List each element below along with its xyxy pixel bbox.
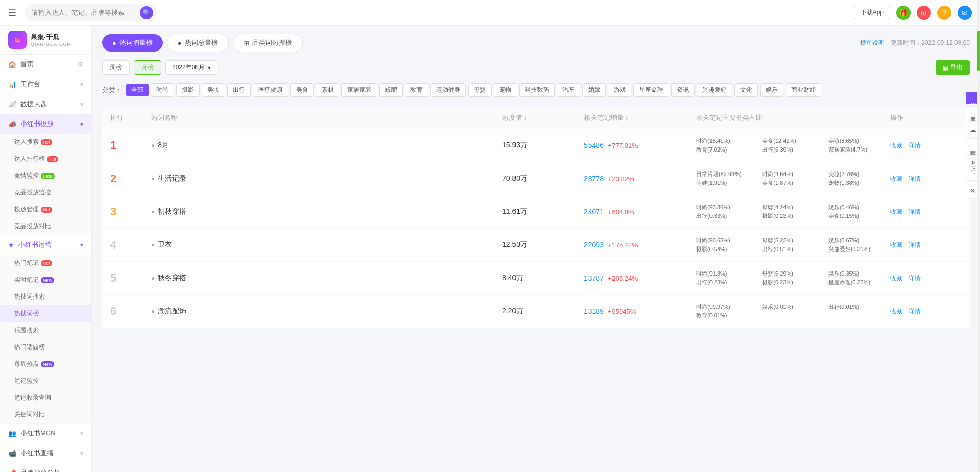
sidebar-item-xhs-ops[interactable]: ★ 小红书运营 ▾ (0, 235, 91, 255)
help-icon[interactable]: ? (937, 6, 951, 20)
detail-btn-2[interactable]: 详情 (909, 175, 921, 183)
dist-5: 时尚(91.8%)母婴(6.29%)娱乐(0.35%) 出行(0.23%)摄影(… (696, 270, 890, 286)
keyword-1: ● 8月 (151, 141, 502, 150)
sidebar-item-keyword-compare[interactable]: 关键词对比 (0, 406, 91, 423)
detail-btn-6[interactable]: 详情 (909, 307, 921, 316)
period-weekly[interactable]: 周榜 (102, 60, 130, 75)
sidebar-item-invest-mgmt[interactable]: 投放管理 Hot (0, 201, 91, 218)
cat-btn-food[interactable]: 美食 (290, 83, 314, 97)
heat-3: 11.61万 (502, 207, 584, 216)
notes-info-icon[interactable]: ℹ (626, 115, 628, 121)
cat-btn-hobby[interactable]: 兴趣爱好 (697, 83, 732, 97)
cat-btn-horoscope[interactable]: 星座命理 (633, 83, 669, 97)
cat-btn-photo[interactable]: 摄影 (176, 83, 200, 97)
dist-2: 日常片段(82.93%)时尚(4.64%)美妆(2.76%) 萌娃(1.91%)… (696, 170, 890, 187)
collect-btn-2[interactable]: 收藏 (890, 175, 902, 183)
cat-btn-all[interactable]: 全部 (126, 84, 149, 96)
sidebar-item-ad-compare[interactable]: 竞品投放对比 (0, 218, 91, 235)
cat-btn-wedding[interactable]: 婚嫁 (582, 83, 606, 97)
dist-1: 时尚(18.41%)美食(12.42%)美妆(8.65%) 教育(7.02%)出… (696, 137, 890, 154)
table-header: 排行 热词名称 热度值 ℹ 相关笔记增量 ℹ 相关笔记主要分类占比 操作 (102, 107, 970, 129)
search-button[interactable]: 🔍 (140, 6, 153, 19)
sidebar-item-xhs-mcn[interactable]: 👥 小红书MCN ▾ (0, 423, 91, 443)
table-row: 3 ● 初秋穿搭 11.61万 24071 +604.8% 时尚(93.86%)… (102, 195, 970, 229)
cat-btn-sports[interactable]: 运动健身 (430, 83, 466, 97)
export-button[interactable]: ▦ 导出 (936, 60, 970, 75)
cat-btn-tech[interactable]: 科技数码 (519, 83, 555, 97)
keyword-4: ● 卫衣 (151, 240, 502, 250)
sidebar-item-brand-analysis[interactable]: 📌 品牌投放分析 ▾ (0, 463, 91, 472)
sidebar-item-realtime-notes[interactable]: 实时笔记 New (0, 271, 91, 288)
new-badge: New (41, 277, 54, 283)
sidebar-item-topic-search[interactable]: 话题搜索 (0, 322, 91, 339)
collect-btn-3[interactable]: 收藏 (890, 208, 902, 216)
grid-icon[interactable]: ⊞ (917, 6, 931, 20)
detail-btn-3[interactable]: 详情 (909, 208, 921, 216)
category-hot-icon: ⊞ (243, 39, 249, 47)
sidebar-item-talent-search[interactable]: 达人搜索 Hot (0, 134, 91, 151)
sidebar-item-weekly-hot[interactable]: 每周热点 New (0, 356, 91, 372)
collect-btn-6[interactable]: 收藏 (890, 307, 902, 316)
explain-link[interactable]: 榜单说明 (860, 39, 885, 47)
cat-btn-beauty[interactable]: 美妆 (202, 83, 225, 97)
table-row: 1 ● 8月 15.93万 55486 +777.01% 时尚(18.41%)美… (102, 129, 970, 162)
cat-btn-travel[interactable]: 出行 (227, 83, 251, 97)
tab-trending-growth[interactable]: ● 热词增量榜 (102, 34, 163, 52)
update-time: 更新时间：2022-09-12 08:00 (891, 39, 970, 47)
cat-btn-game[interactable]: 游戏 (608, 83, 631, 97)
table-row: 6 ● 潮流配饰 2.20万 13189 +65945% 时尚(99.97%)娱… (102, 295, 970, 328)
sidebar-item-hot-notes[interactable]: 热门笔记 Hot (0, 255, 91, 271)
cat-btn-home[interactable]: 家居家装 (341, 83, 377, 97)
sidebar-item-talent-ranking[interactable]: 达人排行榜 Hot (0, 151, 91, 167)
cat-btn-medical[interactable]: 医疗健康 (253, 83, 288, 97)
sidebar-item-hot-search-list[interactable]: 热搜词榜 (0, 305, 91, 322)
cat-btn-business[interactable]: 商业财经 (786, 83, 821, 97)
table-row: 4 ● 卫衣 12.53万 22093 +175.42% 时尚(90.65%)母… (102, 229, 970, 262)
cat-btn-pet[interactable]: 宠物 (494, 83, 517, 97)
cat-btn-culture[interactable]: 文化 (734, 83, 758, 97)
cat-btn-edu[interactable]: 教育 (405, 83, 428, 97)
cat-btn-car[interactable]: 汽车 (557, 83, 580, 97)
dist-6: 时尚(99.97%)娱乐(0.01%)出行(0.01%) 教育(0.01%) (696, 303, 890, 319)
sidebar-item-data-board[interactable]: 📈 数据大盘 ▾ (0, 94, 91, 114)
download-app-button[interactable]: 下载App (854, 6, 890, 19)
collect-btn-4[interactable]: 收藏 (890, 241, 902, 250)
date-selector[interactable]: 2022年08月 ▾ (165, 60, 217, 75)
cat-btn-baby[interactable]: 母婴 (468, 83, 492, 97)
sidebar-item-xhs-live[interactable]: 📹 小红书直播 ▾ (0, 443, 91, 463)
logo-name: 果集·千瓜 (31, 33, 71, 42)
gift-icon[interactable]: 🎁 (896, 6, 911, 20)
detail-btn-4[interactable]: 详情 (909, 241, 921, 250)
heat-1: 15.93万 (502, 141, 584, 150)
sidebar-item-hot-search[interactable]: 热搜词搜索 (0, 288, 91, 305)
detail-btn-1[interactable]: 详情 (909, 141, 921, 150)
rank-2: 2 (110, 172, 151, 185)
sidebar-item-workbench[interactable]: 📊 工作台 ▾ (0, 74, 91, 94)
sidebar-item-hot-topic[interactable]: 热门话题榜 (0, 339, 91, 356)
table-row: 2 ● 生活记录 70.80万 28778 +23.82% 日常片段(82.93… (102, 162, 970, 195)
sidebar-item-xhs-ads[interactable]: 📣 小红书投放 ▾ (0, 114, 91, 134)
sidebar-item-note-monitor[interactable]: 笔记监控 (0, 372, 91, 389)
menu-toggle[interactable]: ☰ (8, 7, 16, 18)
tab-trending-total[interactable]: ● 热词总量榜 (167, 34, 229, 52)
cat-btn-diet[interactable]: 减肥 (379, 83, 403, 97)
mail-icon[interactable]: ✉ (958, 6, 972, 20)
tab-category-hot[interactable]: ⊞ 品类词热搜榜 (233, 34, 303, 52)
rank-1: 1 (110, 139, 151, 152)
collect-btn-5[interactable]: 收藏 (890, 274, 902, 283)
cat-btn-news[interactable]: 资讯 (671, 83, 695, 97)
sidebar-item-competition-monitor[interactable]: 竞情监控 Beta (0, 167, 91, 184)
cat-btn-entertainment[interactable]: 娱乐 (760, 83, 783, 97)
collect-btn-1[interactable]: 收藏 (890, 141, 902, 150)
cat-btn-material[interactable]: 素材 (316, 83, 339, 97)
sidebar-item-ad-monitor[interactable]: 竞品投放监控 (0, 184, 91, 201)
sidebar-item-home[interactable]: 🏠 首页 ⚙ (0, 55, 91, 74)
sidebar-item-note-collection[interactable]: 笔记收录查询 (0, 389, 91, 406)
search-input[interactable] (32, 9, 140, 16)
period-monthly[interactable]: 月榜 (134, 60, 161, 75)
keyword-3: ● 初秋穿搭 (151, 207, 502, 216)
cat-btn-fashion[interactable]: 时尚 (151, 83, 174, 97)
detail-btn-5[interactable]: 详情 (909, 274, 921, 283)
heat-info-icon[interactable]: ℹ (524, 115, 526, 121)
category-label: 分类： (102, 86, 122, 95)
